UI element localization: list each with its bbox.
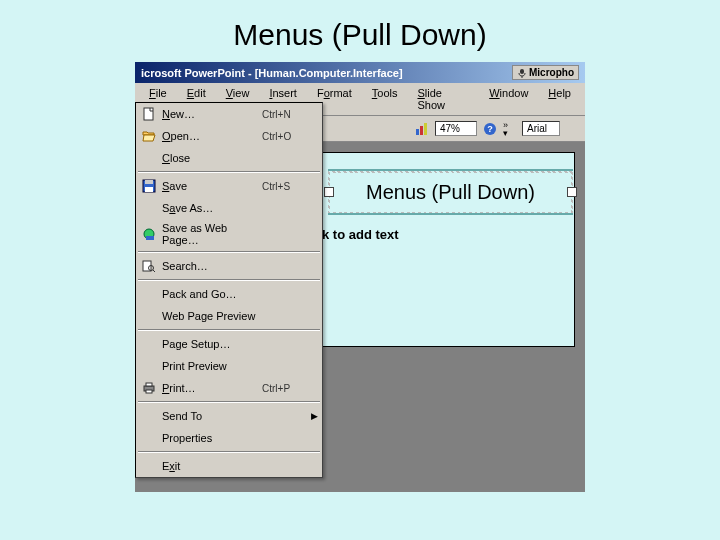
- svg-rect-0: [520, 69, 524, 74]
- microphone-button[interactable]: Micropho: [512, 65, 579, 80]
- menu-item-send-to[interactable]: Send To▶: [136, 405, 322, 427]
- printer-icon: [140, 380, 158, 396]
- menu-separator: [138, 401, 320, 403]
- svg-rect-17: [146, 390, 152, 393]
- menu-item-save-as-web-page[interactable]: Save as Web Page…: [136, 219, 322, 249]
- menu-item-save-as[interactable]: Save As…: [136, 197, 322, 219]
- menu-item-properties[interactable]: Properties: [136, 427, 322, 449]
- blank-icon: [140, 458, 158, 474]
- blank-icon: [140, 430, 158, 446]
- menu-item-label: Web Page Preview: [162, 310, 262, 322]
- menu-item-label: Search…: [162, 260, 262, 272]
- menu-item-print[interactable]: Print…Ctrl+P: [136, 377, 322, 399]
- chart-icon: [415, 122, 429, 136]
- help-icon: ?: [483, 122, 497, 136]
- menu-item-label: Page Setup…: [162, 338, 262, 350]
- menu-item-label: Exit: [162, 460, 262, 472]
- disk-icon: [140, 178, 158, 194]
- menu-item-label: Close: [162, 152, 262, 164]
- web-save-icon: [140, 226, 158, 242]
- menu-help[interactable]: Help: [538, 85, 581, 113]
- blank-icon: [140, 408, 158, 424]
- menu-item-label: Save: [162, 180, 262, 192]
- chart-button[interactable]: [412, 119, 432, 139]
- svg-rect-6: [144, 108, 153, 120]
- titlebar: icrosoft PowerPoint - [Human.Computer.In…: [135, 62, 585, 83]
- svg-rect-1: [416, 129, 419, 135]
- menu-item-save[interactable]: SaveCtrl+S: [136, 175, 322, 197]
- menu-window[interactable]: Window: [479, 85, 538, 113]
- svg-line-14: [153, 270, 155, 272]
- menu-tools[interactable]: Tools: [362, 85, 408, 113]
- doc-new-icon: [140, 106, 158, 122]
- toolbar-overflow[interactable]: »▾: [503, 121, 508, 137]
- font-selector[interactable]: Arial: [522, 121, 560, 136]
- menu-item-print-preview[interactable]: Print Preview: [136, 355, 322, 377]
- blank-icon: [140, 336, 158, 352]
- outer-slide-title: Menus (Pull Down): [0, 0, 720, 62]
- menu-separator: [138, 329, 320, 331]
- menu-item-search[interactable]: Search…: [136, 255, 322, 277]
- menu-separator: [138, 279, 320, 281]
- menu-item-label: Print Preview: [162, 360, 262, 372]
- microphone-label: Micropho: [529, 67, 574, 78]
- svg-rect-3: [424, 123, 427, 135]
- svg-text:?: ?: [487, 124, 493, 134]
- svg-rect-16: [146, 383, 152, 386]
- menu-item-label: Send To: [162, 410, 262, 422]
- menu-item-label: Properties: [162, 432, 262, 444]
- search-icon: [140, 258, 158, 274]
- menu-item-shortcut: Ctrl+N: [262, 109, 308, 120]
- slide-body-placeholder[interactable]: k to add text: [322, 227, 399, 242]
- blank-icon: [140, 200, 158, 216]
- blank-icon: [140, 150, 158, 166]
- menu-item-page-setup[interactable]: Page Setup…: [136, 333, 322, 355]
- menu-item-web-page-preview[interactable]: Web Page Preview: [136, 305, 322, 327]
- menu-item-pack-and-go[interactable]: Pack and Go…: [136, 283, 322, 305]
- menu-separator: [138, 451, 320, 453]
- powerpoint-window: icrosoft PowerPoint - [Human.Computer.In…: [135, 62, 585, 492]
- menu-separator: [138, 171, 320, 173]
- svg-rect-9: [145, 187, 153, 192]
- blank-icon: [140, 286, 158, 302]
- svg-rect-11: [146, 236, 154, 240]
- titlebar-text: icrosoft PowerPoint - [Human.Computer.In…: [141, 67, 403, 79]
- menu-item-shortcut: Ctrl+P: [262, 383, 308, 394]
- menu-item-label: Open…: [162, 130, 262, 142]
- svg-rect-8: [145, 180, 153, 184]
- menu-separator: [138, 251, 320, 253]
- slide-canvas[interactable]: Menus (Pull Down) k to add text: [315, 152, 575, 347]
- menu-item-label: Save As…: [162, 202, 262, 214]
- menu-slide-show[interactable]: Slide Show: [407, 85, 479, 113]
- blank-icon: [140, 308, 158, 324]
- blank-icon: [140, 358, 158, 374]
- menu-item-label: Save as Web Page…: [162, 222, 262, 246]
- menu-item-new[interactable]: New…Ctrl+N: [136, 103, 322, 125]
- submenu-arrow-icon: ▶: [308, 411, 318, 421]
- slide-title-text: Menus (Pull Down): [330, 173, 571, 212]
- menu-item-shortcut: Ctrl+S: [262, 181, 308, 192]
- menu-item-exit[interactable]: Exit: [136, 455, 322, 477]
- microphone-icon: [517, 68, 527, 78]
- menu-item-label: Pack and Go…: [162, 288, 262, 300]
- menu-item-open[interactable]: Open…Ctrl+O: [136, 125, 322, 147]
- help-button[interactable]: ?: [480, 119, 500, 139]
- menu-item-shortcut: Ctrl+O: [262, 131, 308, 142]
- svg-rect-2: [420, 126, 423, 135]
- menu-item-label: Print…: [162, 382, 262, 394]
- slide-title-placeholder[interactable]: Menus (Pull Down): [328, 169, 573, 215]
- file-menu-dropdown: New…Ctrl+NOpen…Ctrl+OCloseSaveCtrl+SSave…: [135, 102, 323, 478]
- menu-item-close[interactable]: Close: [136, 147, 322, 169]
- menu-item-label: New…: [162, 108, 262, 120]
- zoom-input[interactable]: 47%: [435, 121, 477, 136]
- folder-open-icon: [140, 128, 158, 144]
